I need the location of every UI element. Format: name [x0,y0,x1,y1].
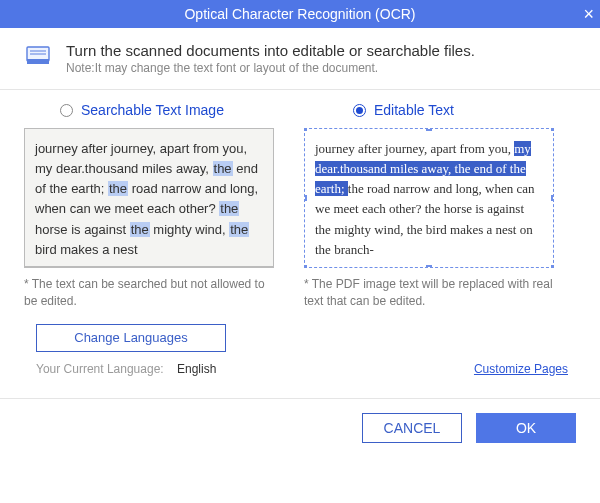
footer: CANCEL OK [0,398,600,457]
resize-handle[interactable] [551,265,554,268]
preview-panes: journey after journey, apart from you, m… [0,122,600,310]
header-note: Note:It may change the text font or layo… [66,61,475,75]
header: Turn the scanned documents into editable… [0,28,600,90]
searchable-note: * The text can be searched but not allow… [24,276,274,310]
option-editable[interactable]: Editable Text [283,102,576,118]
resize-handle[interactable] [304,265,307,268]
window-title: Optical Character Recognition (OCR) [184,6,415,22]
cancel-button[interactable]: CANCEL [362,413,462,443]
current-language-value: English [177,362,216,376]
scanner-icon [24,42,52,70]
radio-icon [60,104,73,117]
customize-pages-link[interactable]: Customize Pages [474,362,576,376]
ok-button[interactable]: OK [476,413,576,443]
resize-handle[interactable] [426,265,432,268]
titlebar: Optical Character Recognition (OCR) × [0,0,600,28]
mode-options: Searchable Text Image Editable Text [0,90,600,122]
language-row: Change Languages [0,310,600,352]
resize-handle[interactable] [551,195,554,201]
close-icon[interactable]: × [583,0,594,28]
resize-handle[interactable] [304,128,307,131]
radio-icon [353,104,366,117]
option-searchable[interactable]: Searchable Text Image [24,102,283,118]
change-languages-button[interactable]: Change Languages [36,324,226,352]
header-title: Turn the scanned documents into editable… [66,42,475,59]
left-pane: journey after journey, apart from you, m… [24,128,274,310]
svg-rect-1 [27,59,49,64]
header-text: Turn the scanned documents into editable… [66,42,475,75]
right-pane: journey after journey, apart from you, m… [304,128,554,310]
option-label: Searchable Text Image [81,102,224,118]
editable-preview[interactable]: journey after journey, apart from you, m… [304,128,554,268]
resize-handle[interactable] [551,128,554,131]
resize-handle[interactable] [426,128,432,131]
editable-note: * The PDF image text will be replaced wi… [304,276,554,310]
current-language-label: Your Current Language: English [36,362,216,376]
resize-handle[interactable] [304,195,307,201]
option-label: Editable Text [374,102,454,118]
searchable-preview: journey after journey, apart from you, m… [24,128,274,268]
language-line: Your Current Language: English Customize… [0,352,600,376]
